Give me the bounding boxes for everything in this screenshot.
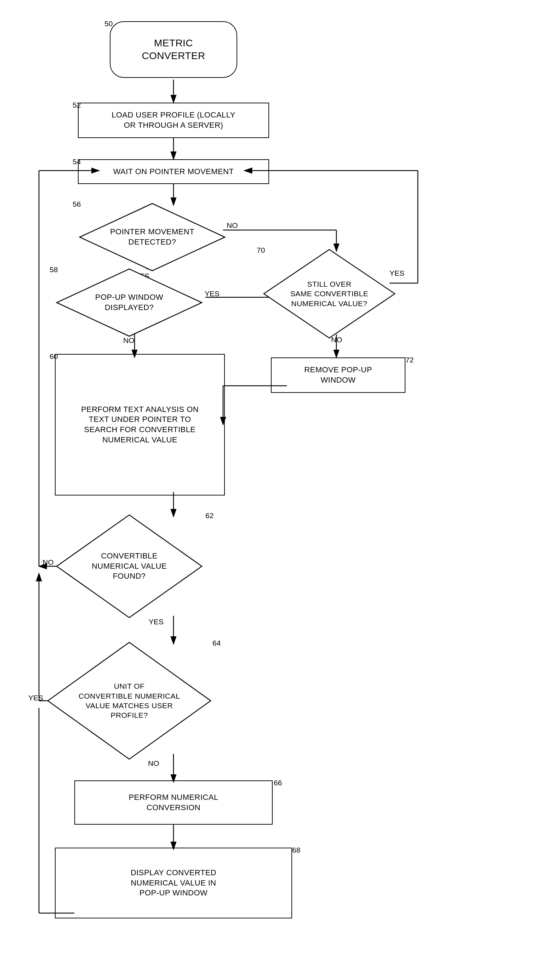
- label-64: 64: [212, 639, 221, 648]
- label-66: 66: [274, 779, 282, 787]
- label-yes-62: YES: [149, 617, 164, 626]
- node-display-converted: DISPLAY CONVERTED NUMERICAL VALUE IN POP…: [55, 848, 292, 918]
- label-no-62: NO: [43, 558, 54, 566]
- label-56: 56: [73, 200, 81, 208]
- node-perform-conversion-text: PERFORM NUMERICAL CONVERSION: [129, 792, 218, 813]
- label-50: 50: [105, 19, 113, 28]
- node-wait-pointer-text: WAIT ON POINTER MOVEMENT: [113, 167, 234, 177]
- node-still-over-text: STILL OVER SAME CONVERTIBLE NUMERICAL VA…: [283, 276, 375, 312]
- label-72: 72: [406, 356, 414, 364]
- label-yes-58: YES: [205, 290, 220, 298]
- node-value-found: CONVERTIBLE NUMERICAL VALUE FOUND?: [55, 513, 204, 619]
- node-remove-popup: REMOVE POP-UP WINDOW: [271, 358, 406, 393]
- node-popup-displayed: POP-UP WINDOW DISPLAYED?: [55, 267, 204, 338]
- label-no-56: NO: [227, 221, 238, 230]
- node-metric-converter: METRIC CONVERTER: [110, 21, 237, 78]
- node-unit-matches: UNIT OF CONVERTIBLE NUMERICAL VALUE MATC…: [46, 641, 212, 761]
- node-perform-text-analysis-text: PERFORM TEXT ANALYSIS ON TEXT UNDER POIN…: [81, 404, 199, 445]
- node-load-user-profile: LOAD USER PROFILE (LOCALLY OR THROUGH A …: [78, 103, 269, 138]
- label-52: 52: [73, 101, 81, 109]
- node-perform-text-analysis: PERFORM TEXT ANALYSIS ON TEXT UNDER POIN…: [55, 354, 225, 495]
- node-popup-displayed-text: POP-UP WINDOW DISPLAYED?: [88, 289, 170, 316]
- node-wait-pointer: WAIT ON POINTER MOVEMENT: [78, 159, 269, 184]
- node-perform-conversion: PERFORM NUMERICAL CONVERSION: [74, 780, 273, 825]
- node-unit-matches-text: UNIT OF CONVERTIBLE NUMERICAL VALUE MATC…: [72, 678, 187, 724]
- label-70: 70: [257, 246, 265, 255]
- node-pointer-detected: POINTER MOVEMENT DETECTED?: [78, 202, 227, 272]
- node-load-user-profile-text: LOAD USER PROFILE (LOCALLY OR THROUGH A …: [111, 110, 236, 130]
- node-remove-popup-text: REMOVE POP-UP WINDOW: [304, 365, 372, 385]
- node-still-over: STILL OVER SAME CONVERTIBLE NUMERICAL VA…: [262, 248, 396, 340]
- label-no-70: NO: [331, 336, 342, 344]
- label-no-58: NO: [123, 336, 135, 345]
- node-metric-converter-text: METRIC CONVERTER: [142, 37, 205, 63]
- node-pointer-detected-text: POINTER MOVEMENT DETECTED?: [103, 223, 202, 251]
- label-no-64: NO: [148, 759, 159, 768]
- label-58: 58: [49, 266, 58, 274]
- label-yes-64: YES: [28, 694, 43, 702]
- node-value-found-text: CONVERTIBLE NUMERICAL VALUE FOUND?: [84, 547, 174, 585]
- label-54: 54: [73, 158, 81, 166]
- label-62: 62: [205, 511, 213, 520]
- flowchart-diagram: METRIC CONVERTER 50 LOAD USER PROFILE (L…: [0, 0, 546, 980]
- label-68: 68: [292, 846, 300, 854]
- label-yes-70: YES: [390, 269, 404, 277]
- node-display-converted-text: DISPLAY CONVERTED NUMERICAL VALUE IN POP…: [131, 868, 216, 898]
- label-60: 60: [49, 352, 58, 361]
